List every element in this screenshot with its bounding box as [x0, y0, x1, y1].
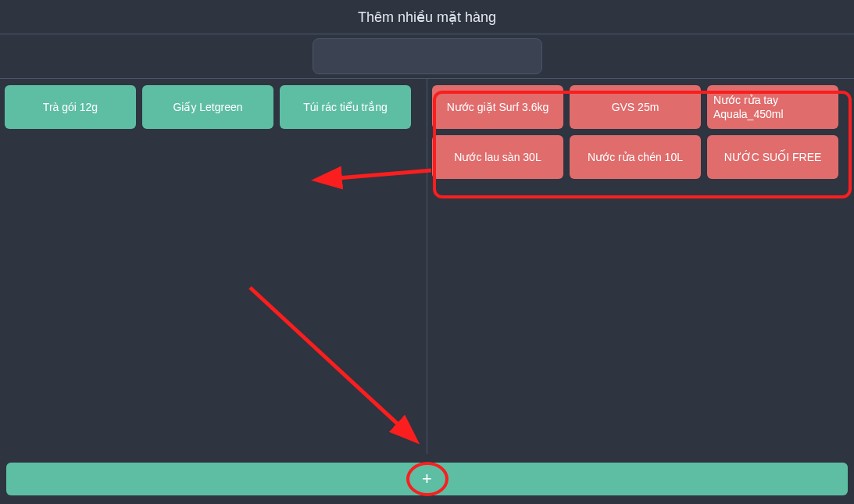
item-card-selected[interactable]: NƯỚC SUỐI FREE	[707, 135, 838, 179]
item-label: NƯỚC SUỐI FREE	[724, 150, 822, 164]
add-button[interactable]: +	[6, 463, 848, 495]
item-card[interactable]: Giấy Letgreen	[142, 85, 273, 129]
right-grid: Nước giặt Surf 3.6kg GVS 25m Nước rửa ta…	[432, 85, 849, 179]
item-card[interactable]: Trà gói 12g	[5, 85, 136, 129]
item-card[interactable]: Túi rác tiểu trắng	[280, 85, 411, 129]
header: Thêm nhiều mặt hàng	[0, 0, 854, 34]
item-label: GVS 25m	[612, 100, 659, 114]
item-label: Nước lau sàn 30L	[454, 150, 541, 164]
item-label: Túi rác tiểu trắng	[303, 100, 387, 114]
item-label: Trà gói 12g	[43, 100, 98, 114]
item-label: Nước rửa chén 10L	[588, 150, 683, 164]
search-row	[0, 34, 854, 79]
search-input[interactable]	[313, 38, 542, 74]
plus-icon: +	[422, 469, 432, 489]
item-label: Nước giặt Surf 3.6kg	[447, 100, 549, 114]
left-panel: Trà gói 12g Giấy Letgreen Túi rác tiểu t…	[0, 79, 427, 454]
right-panel: Nước giặt Surf 3.6kg GVS 25m Nước rửa ta…	[427, 79, 854, 454]
item-label: Giấy Letgreen	[173, 100, 242, 114]
item-card-selected[interactable]: Nước rửa chén 10L	[570, 135, 701, 179]
content-area: Trà gói 12g Giấy Letgreen Túi rác tiểu t…	[0, 79, 854, 454]
left-grid: Trà gói 12g Giấy Letgreen Túi rác tiểu t…	[5, 85, 422, 129]
page-title: Thêm nhiều mặt hàng	[358, 9, 496, 26]
item-card-selected[interactable]: Nước rửa tay Aquala_450ml	[707, 85, 838, 129]
item-card-selected[interactable]: GVS 25m	[570, 85, 701, 129]
item-card-selected[interactable]: Nước giặt Surf 3.6kg	[432, 85, 563, 129]
footer: +	[0, 454, 854, 504]
item-label: Nước rửa tay Aquala_450ml	[713, 93, 832, 121]
item-card-selected[interactable]: Nước lau sàn 30L	[432, 135, 563, 179]
